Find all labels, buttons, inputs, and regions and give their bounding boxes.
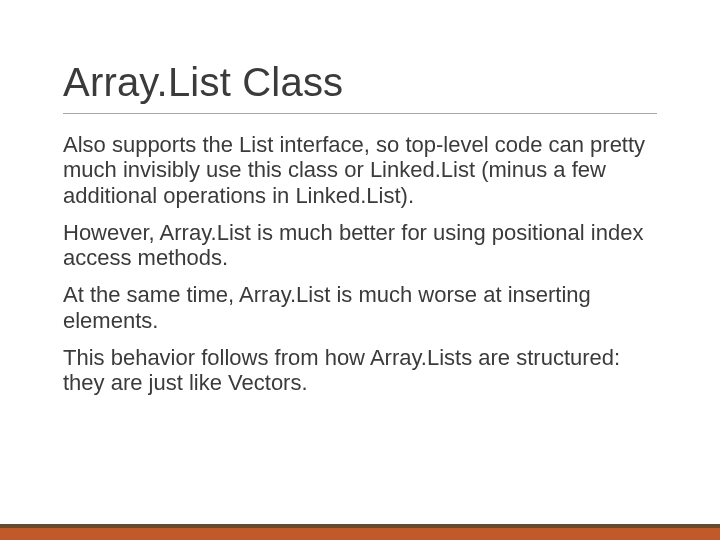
title-rule <box>63 113 657 114</box>
slide-body: Also supports the List interface, so top… <box>63 132 657 396</box>
body-paragraph: At the same time, Array.List is much wor… <box>63 282 657 333</box>
slide-title: Array.List Class <box>63 60 657 105</box>
slide-footer <box>0 522 720 540</box>
slide: Array.List Class Also supports the List … <box>0 0 720 540</box>
body-paragraph: This behavior follows from how Array.Lis… <box>63 345 657 396</box>
body-paragraph: However, Array.List is much better for u… <box>63 220 657 271</box>
slide-content: Array.List Class Also supports the List … <box>63 60 657 408</box>
footer-main-bar <box>0 528 720 540</box>
body-paragraph: Also supports the List interface, so top… <box>63 132 657 208</box>
